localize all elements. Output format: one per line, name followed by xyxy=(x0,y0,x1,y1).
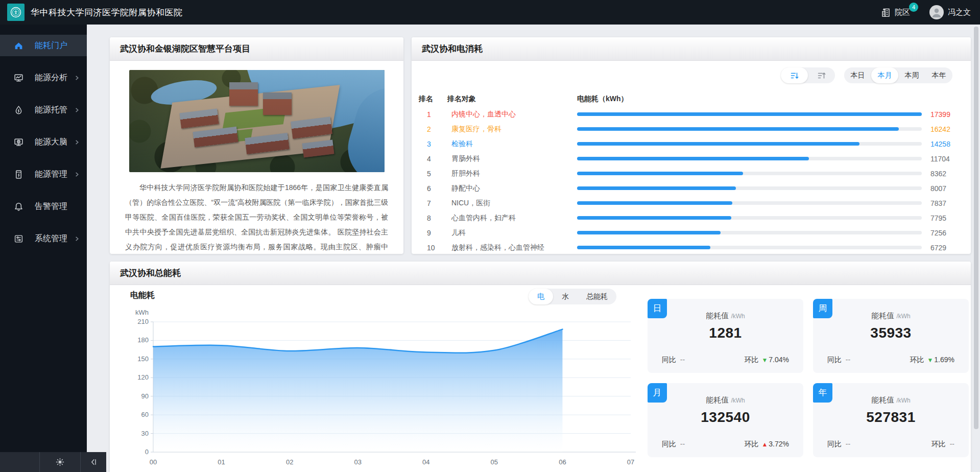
campus-label: 院区 xyxy=(895,8,910,17)
home-icon xyxy=(13,40,23,51)
stat-card-day: 日 能耗值 /kWh 1281 同比 -- 环比 ▼7.04% xyxy=(648,299,803,373)
rank-value: 7837 xyxy=(922,199,952,207)
sun-icon xyxy=(56,458,64,466)
tab-period-month[interactable]: 本月 xyxy=(871,67,898,83)
period-badge: 年 xyxy=(813,383,832,403)
rank-cell: 8 xyxy=(419,214,447,222)
rank-name: 内镜中心，血透中心 xyxy=(447,110,570,119)
tab-water[interactable]: 水 xyxy=(553,289,578,304)
mom-value: 1.69% xyxy=(934,356,954,364)
period-tabs: 本日 本月 本周 本年 xyxy=(844,67,952,83)
rank-bar-fill xyxy=(577,127,899,131)
sort-desc-icon xyxy=(790,71,799,80)
analysis-chart-icon xyxy=(13,73,23,83)
rank-value: 11704 xyxy=(922,155,952,163)
stat-label: 能耗值 /kWh xyxy=(813,395,969,405)
rank-value: 7256 xyxy=(922,229,952,237)
ranking-row: 8 心血管内科，妇产科 7795 xyxy=(419,210,952,225)
stat-value: 1281 xyxy=(648,325,803,341)
sidebar-item-energy-analysis[interactable]: 能源分析 xyxy=(0,67,87,88)
app-title: 华中科技大学同济医学院附属协和医院 xyxy=(31,7,183,18)
sort-ascending-button[interactable] xyxy=(808,67,835,83)
stat-card-year: 年 能耗值 /kWh 527831 同比 -- 环比 -- xyxy=(813,383,969,457)
mom-value: -- xyxy=(950,440,954,448)
tab-period-year[interactable]: 本年 xyxy=(925,67,952,83)
sidebar-item-label: 能耗门户 xyxy=(35,40,67,51)
ranking-rows: 1 内镜中心，血透中心 17399 2 康复医疗，骨科 16242 3 检验科 … xyxy=(419,107,952,255)
svg-text:150: 150 xyxy=(137,355,149,363)
svg-text:07: 07 xyxy=(627,458,634,466)
rank-name: 康复医疗，骨科 xyxy=(447,125,570,134)
rank-bar-fill xyxy=(577,172,743,175)
rank-name: 肝胆外科 xyxy=(447,169,570,178)
rank-value: 8007 xyxy=(922,184,952,193)
campus-switch-button[interactable]: 院区 4 xyxy=(880,7,910,18)
svg-text:180: 180 xyxy=(137,336,149,344)
sidebar-item-energy-hosting[interactable]: 能源托管 xyxy=(0,99,87,121)
rank-name: 静配中心 xyxy=(447,184,570,193)
yoy-text: 同比 -- xyxy=(662,440,685,449)
rank-bar-track xyxy=(577,112,922,116)
svg-text:06: 06 xyxy=(559,458,566,466)
tab-total-energy[interactable]: 总能耗 xyxy=(578,289,616,304)
sort-descending-button[interactable] xyxy=(781,67,808,83)
ranking-header: 排名 排名对象 电能耗（kWh） xyxy=(419,91,952,107)
electric-card-title: 武汉协和电消耗 xyxy=(412,37,971,61)
rank-value: 17399 xyxy=(922,110,952,119)
yoy-text: 同比 -- xyxy=(827,356,850,365)
ranking-row: 10 放射科，感染科，心血管神经 6729 xyxy=(419,240,952,255)
theme-toggle-button[interactable] xyxy=(39,452,80,472)
rank-value: 14258 xyxy=(922,140,952,148)
collapse-left-icon xyxy=(89,458,98,466)
sort-toggle xyxy=(781,67,835,83)
hospital-emblem-icon xyxy=(9,6,22,19)
stat-unit: /kWh xyxy=(896,397,910,404)
rank-bar-track xyxy=(577,127,922,131)
stat-footer: 同比 -- 环比 -- xyxy=(827,440,954,449)
sidebar-item-energy-brain[interactable]: 能源大脑 xyxy=(0,131,87,153)
period-badge: 日 xyxy=(648,299,667,318)
tab-electricity[interactable]: 电 xyxy=(529,289,553,304)
top-header: 华中科技大学同济医学院附属协和医院 院区 4 冯之文 xyxy=(0,0,980,25)
sidebar-item-label: 能源托管 xyxy=(35,105,67,115)
collapse-sidebar-button[interactable] xyxy=(80,452,106,472)
ranking-row: 2 康复医疗，骨科 16242 xyxy=(419,122,952,136)
sidebar-item-alarm-management[interactable]: 告警管理 xyxy=(0,196,87,217)
tab-period-week[interactable]: 本周 xyxy=(898,67,925,83)
stat-unit: /kWh xyxy=(731,313,745,320)
sort-asc-icon xyxy=(817,71,826,80)
energy-drop-icon xyxy=(13,105,23,115)
sidebar-footer xyxy=(0,452,106,472)
rank-bar-fill xyxy=(577,216,731,220)
mom-text: 环比 ▼7.04% xyxy=(745,356,789,365)
stat-card-month: 月 能耗值 /kWh 132540 同比 -- 环比 ▲3.72% xyxy=(648,383,803,457)
tab-period-day[interactable]: 本日 xyxy=(844,67,871,83)
rank-bar-track xyxy=(577,157,922,160)
rank-cell: 7 xyxy=(419,199,447,207)
sidebar-item-label: 告警管理 xyxy=(35,201,67,212)
svg-text:03: 03 xyxy=(354,458,361,466)
svg-text:00: 00 xyxy=(150,458,157,466)
mom-value: 7.04% xyxy=(769,356,789,364)
sidebar-item-system-management[interactable]: 系统管理 xyxy=(0,228,87,249)
chevron-right-icon xyxy=(74,172,80,177)
sidebar-item-energy-portal[interactable]: 能耗门户 xyxy=(0,35,87,56)
stat-card-week: 周 能耗值 /kWh 35933 同比 -- 环比 ▼1.69% xyxy=(813,299,969,373)
svg-text:90: 90 xyxy=(141,392,149,400)
rank-cell: 9 xyxy=(419,229,447,237)
chevron-right-icon xyxy=(74,236,80,242)
rank-bar-fill xyxy=(577,231,721,234)
chevron-right-icon xyxy=(74,139,80,145)
chevron-right-icon xyxy=(74,107,80,113)
project-card-body: 华中科技大学同济医学院附属协和医院始建于1866年，是国家卫生健康委直属（管）的… xyxy=(110,61,403,257)
ranking-row: 6 静配中心 8007 xyxy=(419,181,952,196)
ranking-table: 排名 排名对象 电能耗（kWh） 1 内镜中心，血透中心 17399 2 康复医… xyxy=(419,91,952,255)
svg-text:05: 05 xyxy=(491,458,498,466)
total-energy-card: 武汉协和总能耗 电能耗 电 水 总能耗 0306090120150180210k… xyxy=(110,262,971,472)
sidebar-item-energy-management[interactable]: 能源管理 xyxy=(0,163,87,185)
mom-text: 环比 ▼1.69% xyxy=(910,356,954,365)
sidebar-nav: 能耗门户 能源分析 能源托管 能源大脑 能源管 xyxy=(0,25,87,472)
user-menu-button[interactable]: 冯之文 xyxy=(929,5,971,19)
page-scrollbar-thumb[interactable] xyxy=(974,27,978,429)
sidebar-item-label: 系统管理 xyxy=(35,233,67,244)
